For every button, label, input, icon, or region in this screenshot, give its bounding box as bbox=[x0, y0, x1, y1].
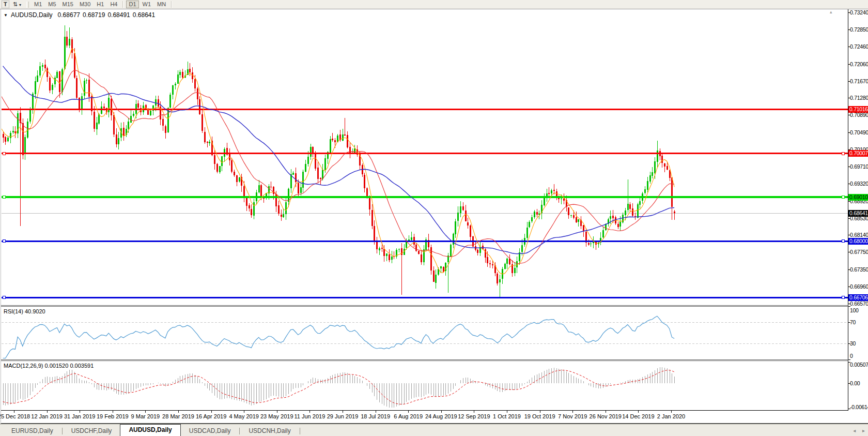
tabs-holder: EURUSD,DailyUSDCHF,DailyAUDUSD,DailyUSDC… bbox=[3, 425, 301, 436]
candle-body bbox=[133, 114, 134, 116]
candle-body bbox=[111, 99, 112, 115]
candle-body bbox=[219, 166, 221, 172]
line-anchor-marker bbox=[842, 196, 844, 199]
candle-body bbox=[504, 264, 506, 269]
candle-body bbox=[627, 204, 629, 210]
candle-body bbox=[37, 76, 38, 82]
price-tick-label: 0.71280 bbox=[850, 95, 868, 101]
candle-body bbox=[199, 99, 200, 114]
candle-body bbox=[612, 216, 614, 218]
rsi-tick-label: 100 bbox=[850, 307, 859, 313]
candle-body bbox=[194, 79, 196, 88]
candle-body bbox=[42, 65, 43, 67]
line-anchor-marker bbox=[3, 152, 5, 155]
date-axis-label: 1 Oct 2019 bbox=[493, 413, 521, 419]
candle-body bbox=[369, 198, 370, 209]
candle-body bbox=[158, 99, 159, 107]
tab-scroll-left-button[interactable]: ◂ bbox=[853, 428, 856, 433]
line-anchor-marker bbox=[3, 240, 5, 243]
candle-body bbox=[96, 123, 98, 129]
chart-tab-audusd[interactable]: AUDUSD,Daily bbox=[120, 424, 180, 436]
rsi-label: RSI(14) 40.9020 bbox=[4, 308, 45, 314]
macd-signal-group bbox=[3, 370, 675, 404]
mt4-window: T ⇅▾ M1M5M15M30H1H4D1W1MN ▼AUDUSD,Daily0… bbox=[0, 0, 868, 436]
candle-body bbox=[578, 219, 579, 222]
candle-body bbox=[551, 190, 552, 193]
candle-body bbox=[625, 211, 626, 215]
candle-body bbox=[332, 139, 333, 140]
candle-body bbox=[509, 259, 510, 264]
candle-body bbox=[379, 248, 380, 250]
candle-body bbox=[470, 225, 471, 237]
candle-body bbox=[3, 134, 4, 138]
candle-body bbox=[307, 157, 309, 164]
candle-body bbox=[234, 172, 235, 175]
level-price-tag: 0.69010 bbox=[848, 194, 868, 201]
candle-body bbox=[553, 190, 555, 191]
candle-body bbox=[674, 212, 675, 213]
date-axis-label: 6 Aug 2019 bbox=[394, 413, 423, 419]
date-axis-label: 19 Feb 2019 bbox=[97, 413, 129, 419]
chart-canvas[interactable] bbox=[0, 0, 868, 436]
tab-scroll-right-button[interactable]: ▸ bbox=[862, 428, 865, 433]
candle-body bbox=[300, 187, 302, 193]
candle-body bbox=[86, 80, 87, 81]
candle-body bbox=[39, 66, 41, 76]
candle-body bbox=[204, 132, 206, 142]
date-axis-label: 7 Nov 2019 bbox=[558, 413, 587, 419]
price-tick-label: 0.66960 bbox=[850, 283, 868, 290]
date-axis-label: 23 May 2019 bbox=[260, 413, 293, 419]
level-price-tag: 0.68000 bbox=[848, 238, 868, 245]
candle-body bbox=[179, 72, 181, 75]
line-anchor-marker bbox=[842, 152, 844, 155]
date-axis-label: 2 Jan 2020 bbox=[657, 413, 685, 419]
candle-body bbox=[209, 142, 210, 143]
candle-body bbox=[137, 103, 139, 108]
candle-body bbox=[302, 172, 304, 188]
candle-body bbox=[637, 204, 639, 218]
chart-tab-usdcad[interactable]: USDCAD,Daily bbox=[181, 426, 239, 436]
tab-divider bbox=[239, 428, 240, 434]
candle-body bbox=[116, 134, 117, 145]
candle-body bbox=[492, 264, 493, 265]
candle-body bbox=[376, 242, 378, 249]
candle-body bbox=[664, 163, 665, 167]
chart-tab-eurusd[interactable]: EURUSD,Daily bbox=[3, 426, 61, 436]
chart-tab-usdcnh[interactable]: USDCNH,Daily bbox=[240, 426, 299, 436]
candle-body bbox=[182, 72, 183, 77]
price-tick-label: 0.72060 bbox=[850, 61, 868, 67]
collapse-triangle-icon[interactable]: ▼ bbox=[4, 13, 8, 18]
candle-body bbox=[671, 177, 673, 207]
candle-body bbox=[44, 65, 46, 68]
candle-body bbox=[270, 187, 272, 187]
price-tick-label: 0.68140 bbox=[850, 232, 868, 238]
candle-body bbox=[531, 217, 533, 221]
candle-body bbox=[467, 222, 469, 226]
candle-body bbox=[216, 164, 218, 172]
candle-body bbox=[652, 172, 653, 176]
candle-body bbox=[167, 108, 169, 133]
candle-body bbox=[88, 80, 90, 97]
candle-body bbox=[639, 201, 641, 205]
candle-body bbox=[548, 193, 550, 194]
chart-tab-usdchf[interactable]: USDCHF,Daily bbox=[63, 426, 120, 436]
line-anchor-marker bbox=[3, 196, 5, 199]
ma-line-18 bbox=[1, 70, 674, 264]
candle-body bbox=[536, 212, 538, 215]
macd-histogram bbox=[4, 367, 675, 408]
candle-body bbox=[406, 242, 407, 248]
candle-body bbox=[347, 135, 348, 147]
candle-body bbox=[489, 263, 491, 264]
candle-body bbox=[283, 214, 284, 217]
candle-body bbox=[457, 213, 459, 221]
candle-body bbox=[113, 115, 115, 134]
price-tick-label: 0.66570 bbox=[850, 300, 868, 307]
candle-body bbox=[35, 81, 36, 94]
price-tick-label: 0.69710 bbox=[850, 163, 868, 170]
candle-body bbox=[418, 251, 420, 253]
line-anchor-marker bbox=[842, 240, 844, 243]
candle-body bbox=[411, 237, 412, 240]
candle-body bbox=[334, 140, 336, 142]
candle-body bbox=[281, 215, 282, 217]
moving-average-lines bbox=[1, 49, 674, 274]
